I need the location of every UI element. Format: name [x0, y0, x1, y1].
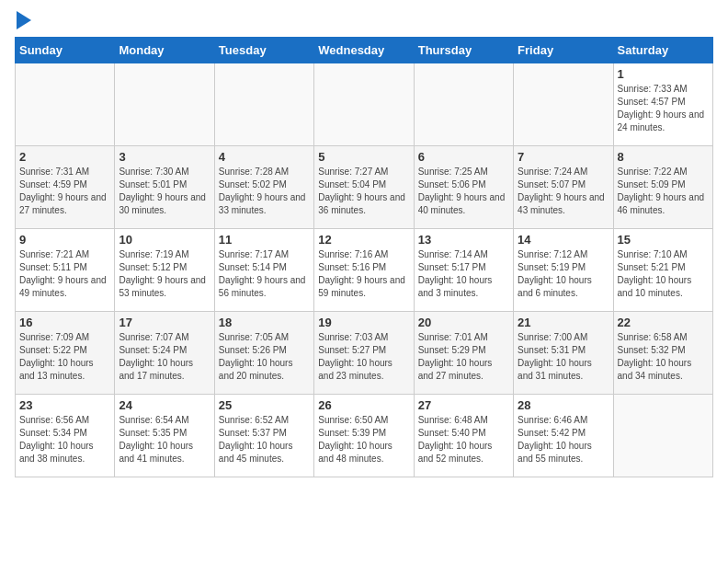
day-number: 9 — [19, 233, 110, 247]
day-number: 2 — [19, 150, 110, 164]
calendar-week-1: 1Sunrise: 7:33 AM Sunset: 4:57 PM Daylig… — [16, 63, 713, 146]
day-number: 4 — [219, 150, 310, 164]
day-info: Sunrise: 7:19 AM Sunset: 5:12 PM Dayligh… — [119, 248, 210, 300]
calendar-cell: 9Sunrise: 7:21 AM Sunset: 5:11 PM Daylig… — [16, 229, 115, 312]
day-info: Sunrise: 6:52 AM Sunset: 5:37 PM Dayligh… — [219, 414, 310, 465]
calendar-cell — [514, 63, 613, 146]
calendar-cell: 18Sunrise: 7:05 AM Sunset: 5:26 PM Dayli… — [214, 312, 313, 395]
calendar-cell: 14Sunrise: 7:12 AM Sunset: 5:19 PM Dayli… — [514, 229, 613, 312]
calendar-cell: 1Sunrise: 7:33 AM Sunset: 4:57 PM Daylig… — [613, 63, 712, 146]
day-info: Sunrise: 7:22 AM Sunset: 5:09 PM Dayligh… — [618, 166, 709, 217]
calendar-cell — [16, 63, 115, 146]
calendar-cell: 28Sunrise: 6:46 AM Sunset: 5:42 PM Dayli… — [514, 395, 613, 477]
calendar-cell: 8Sunrise: 7:22 AM Sunset: 5:09 PM Daylig… — [613, 146, 712, 229]
day-number: 20 — [418, 316, 509, 329]
day-number: 8 — [618, 150, 709, 164]
page-header — [15, 15, 713, 29]
day-info: Sunrise: 6:48 AM Sunset: 5:40 PM Dayligh… — [418, 414, 509, 465]
calendar-cell: 20Sunrise: 7:01 AM Sunset: 5:29 PM Dayli… — [414, 312, 513, 395]
calendar-cell: 2Sunrise: 7:31 AM Sunset: 4:59 PM Daylig… — [16, 146, 115, 229]
calendar-cell: 5Sunrise: 7:27 AM Sunset: 5:04 PM Daylig… — [314, 146, 414, 229]
calendar-week-3: 9Sunrise: 7:21 AM Sunset: 5:11 PM Daylig… — [16, 229, 713, 312]
day-info: Sunrise: 7:05 AM Sunset: 5:26 PM Dayligh… — [219, 331, 310, 383]
day-info: Sunrise: 7:12 AM Sunset: 5:19 PM Dayligh… — [518, 248, 609, 300]
calendar-cell: 6Sunrise: 7:25 AM Sunset: 5:06 PM Daylig… — [414, 146, 513, 229]
day-info: Sunrise: 7:31 AM Sunset: 4:59 PM Dayligh… — [19, 166, 110, 217]
calendar-cell: 21Sunrise: 7:00 AM Sunset: 5:31 PM Dayli… — [514, 312, 613, 395]
day-number: 6 — [418, 150, 509, 164]
day-info: Sunrise: 7:17 AM Sunset: 5:14 PM Dayligh… — [219, 248, 310, 300]
day-number: 5 — [318, 150, 409, 164]
calendar-header-row: SundayMondayTuesdayWednesdayThursdayFrid… — [16, 38, 713, 63]
day-number: 27 — [418, 398, 509, 412]
calendar-table: SundayMondayTuesdayWednesdayThursdayFrid… — [15, 37, 713, 477]
calendar-cell: 23Sunrise: 6:56 AM Sunset: 5:34 PM Dayli… — [16, 395, 115, 477]
day-info: Sunrise: 7:21 AM Sunset: 5:11 PM Dayligh… — [19, 248, 110, 300]
day-info: Sunrise: 7:16 AM Sunset: 5:16 PM Dayligh… — [318, 248, 409, 300]
calendar-cell: 22Sunrise: 6:58 AM Sunset: 5:32 PM Dayli… — [613, 312, 712, 395]
day-info: Sunrise: 6:46 AM Sunset: 5:42 PM Dayligh… — [518, 414, 609, 465]
calendar-cell — [115, 63, 214, 146]
calendar-cell: 4Sunrise: 7:28 AM Sunset: 5:02 PM Daylig… — [214, 146, 313, 229]
calendar-cell: 13Sunrise: 7:14 AM Sunset: 5:17 PM Dayli… — [414, 229, 513, 312]
day-info: Sunrise: 7:00 AM Sunset: 5:31 PM Dayligh… — [518, 331, 609, 383]
day-number: 22 — [618, 316, 709, 329]
calendar-cell: 27Sunrise: 6:48 AM Sunset: 5:40 PM Dayli… — [414, 395, 513, 477]
day-number: 16 — [19, 316, 110, 329]
day-header-friday: Friday — [514, 38, 613, 63]
calendar-cell — [314, 63, 414, 146]
calendar-cell: 24Sunrise: 6:54 AM Sunset: 5:35 PM Dayli… — [115, 395, 214, 477]
day-number: 23 — [19, 398, 110, 412]
day-info: Sunrise: 7:28 AM Sunset: 5:02 PM Dayligh… — [219, 166, 310, 217]
day-info: Sunrise: 6:58 AM Sunset: 5:32 PM Dayligh… — [618, 331, 709, 383]
calendar-week-5: 23Sunrise: 6:56 AM Sunset: 5:34 PM Dayli… — [16, 395, 713, 477]
day-info: Sunrise: 7:33 AM Sunset: 4:57 PM Dayligh… — [618, 83, 709, 134]
calendar-cell: 16Sunrise: 7:09 AM Sunset: 5:22 PM Dayli… — [16, 312, 115, 395]
day-info: Sunrise: 6:50 AM Sunset: 5:39 PM Dayligh… — [318, 414, 409, 465]
logo-arrow-icon — [17, 11, 31, 29]
calendar-cell: 7Sunrise: 7:24 AM Sunset: 5:07 PM Daylig… — [514, 146, 613, 229]
day-number: 24 — [119, 398, 210, 412]
day-number: 7 — [518, 150, 609, 164]
day-number: 14 — [518, 233, 609, 247]
day-info: Sunrise: 7:09 AM Sunset: 5:22 PM Dayligh… — [19, 331, 110, 383]
day-number: 11 — [219, 233, 310, 247]
day-number: 28 — [518, 398, 609, 412]
calendar-week-2: 2Sunrise: 7:31 AM Sunset: 4:59 PM Daylig… — [16, 146, 713, 229]
day-header-wednesday: Wednesday — [314, 38, 414, 63]
day-info: Sunrise: 6:54 AM Sunset: 5:35 PM Dayligh… — [119, 414, 210, 465]
day-header-monday: Monday — [115, 38, 214, 63]
day-info: Sunrise: 7:03 AM Sunset: 5:27 PM Dayligh… — [318, 331, 409, 383]
day-info: Sunrise: 6:56 AM Sunset: 5:34 PM Dayligh… — [19, 414, 110, 465]
calendar-week-4: 16Sunrise: 7:09 AM Sunset: 5:22 PM Dayli… — [16, 312, 713, 395]
day-info: Sunrise: 7:01 AM Sunset: 5:29 PM Dayligh… — [418, 331, 509, 383]
day-info: Sunrise: 7:25 AM Sunset: 5:06 PM Dayligh… — [418, 166, 509, 217]
day-number: 15 — [618, 233, 709, 247]
day-info: Sunrise: 7:10 AM Sunset: 5:21 PM Dayligh… — [618, 248, 709, 300]
day-number: 21 — [518, 316, 609, 329]
calendar-cell: 25Sunrise: 6:52 AM Sunset: 5:37 PM Dayli… — [214, 395, 313, 477]
day-number: 13 — [418, 233, 509, 247]
logo — [15, 15, 31, 29]
day-header-tuesday: Tuesday — [214, 38, 313, 63]
day-info: Sunrise: 7:07 AM Sunset: 5:24 PM Dayligh… — [119, 331, 210, 383]
calendar-cell: 3Sunrise: 7:30 AM Sunset: 5:01 PM Daylig… — [115, 146, 214, 229]
day-header-thursday: Thursday — [414, 38, 513, 63]
calendar-cell: 15Sunrise: 7:10 AM Sunset: 5:21 PM Dayli… — [613, 229, 712, 312]
day-number: 12 — [318, 233, 409, 247]
day-number: 1 — [618, 67, 709, 81]
calendar-cell: 19Sunrise: 7:03 AM Sunset: 5:27 PM Dayli… — [314, 312, 414, 395]
calendar-cell — [414, 63, 513, 146]
calendar-cell: 10Sunrise: 7:19 AM Sunset: 5:12 PM Dayli… — [115, 229, 214, 312]
day-info: Sunrise: 7:30 AM Sunset: 5:01 PM Dayligh… — [119, 166, 210, 217]
calendar-cell — [613, 395, 712, 477]
day-number: 17 — [119, 316, 210, 329]
day-header-saturday: Saturday — [613, 38, 712, 63]
day-number: 18 — [219, 316, 310, 329]
calendar-cell — [214, 63, 313, 146]
day-number: 3 — [119, 150, 210, 164]
day-number: 19 — [318, 316, 409, 329]
day-header-sunday: Sunday — [16, 38, 115, 63]
day-info: Sunrise: 7:14 AM Sunset: 5:17 PM Dayligh… — [418, 248, 509, 300]
day-info: Sunrise: 7:27 AM Sunset: 5:04 PM Dayligh… — [318, 166, 409, 217]
